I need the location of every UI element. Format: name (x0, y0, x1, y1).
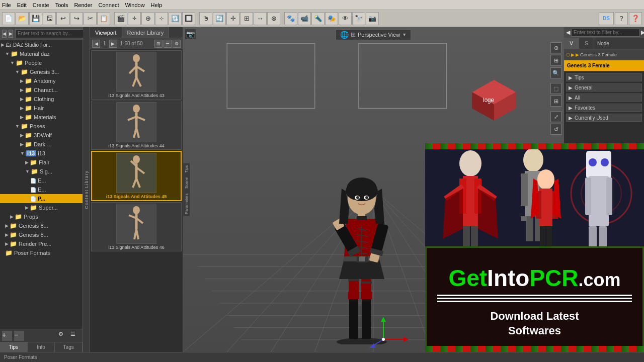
vp-pan-btn[interactable]: ⬚ (550, 83, 561, 94)
parameters-side-label[interactable]: Parameters (183, 192, 190, 215)
tree-item-hair[interactable]: ▶📁 Hair (0, 104, 83, 113)
view-button[interactable]: 👁 (339, 12, 352, 25)
tree-item-p-selected[interactable]: 📄 P... (0, 194, 83, 203)
tree-item-props[interactable]: ▶📁 Props (0, 212, 83, 221)
tree-item-i13[interactable]: ▼ i13 i13 (0, 149, 83, 158)
tree-item-dark[interactable]: ▶📁 Dark ... (0, 140, 83, 149)
rp-tab-v[interactable]: V (564, 38, 579, 49)
create-button[interactable]: 🎬 (114, 12, 127, 25)
tree-item-clothing[interactable]: ▶📁 Clothing (0, 95, 83, 104)
rp-forward-btn[interactable]: ▶ (641, 29, 644, 36)
tree-collapse-button[interactable]: ◀ (2, 30, 7, 38)
tree-search-input[interactable] (15, 29, 84, 38)
rp-section-header-general[interactable]: ▶General (566, 83, 642, 92)
rp-section-header-all[interactable]: ▶All (566, 94, 642, 102)
rp-back-btn[interactable]: ◀ (566, 29, 570, 36)
tree-menu-button[interactable]: ☰ (70, 331, 80, 341)
cl-back-button[interactable]: ◀ (92, 40, 100, 48)
help-icon-button[interactable]: ? (615, 12, 628, 25)
save-as-button[interactable]: 🖫 (43, 12, 56, 25)
rp-tab-s[interactable]: S (579, 38, 594, 49)
thumb-item-43[interactable]: i13 Signals And Attitudes 43 (91, 50, 182, 100)
tree-item-material-daz[interactable]: ▼📁 Material daz (0, 49, 83, 58)
tab-info[interactable]: Info (28, 342, 55, 352)
save-button[interactable]: 💾 (29, 12, 42, 25)
tree-item-super[interactable]: ▶📁 Super... (0, 203, 83, 212)
tree-item-e1[interactable]: 📄 E... (0, 176, 83, 185)
tree-item-materials[interactable]: ▶📁 Materials (0, 113, 83, 122)
select-button[interactable]: 🔲 (182, 12, 195, 25)
vp-move-btn[interactable]: ⊕ (550, 42, 561, 53)
remove-item-button[interactable]: − (14, 331, 24, 341)
zoom-button[interactable]: ⊞ (240, 12, 253, 25)
vp-zoom-btn[interactable]: 🔍 (550, 67, 561, 78)
pan-button[interactable]: ✛ (226, 12, 239, 25)
cl-list-view-button[interactable]: ☰ (164, 40, 172, 48)
scale-button[interactable]: 🔃 (169, 12, 182, 25)
menu-file[interactable]: File (2, 2, 11, 8)
vp-fit-btn[interactable]: ⤢ (550, 111, 561, 122)
scene-side-label[interactable]: Scene (183, 176, 190, 190)
nav-button[interactable]: 🖱 (199, 12, 212, 25)
tree-item-poses[interactable]: ▼📁 Poses (0, 122, 83, 131)
cl-grid-view-button[interactable]: ⊞ (154, 40, 163, 48)
tree-item-daz-studio[interactable]: ▶🗂 DAZ Studio For... (0, 40, 83, 49)
tree-item-sig[interactable]: ▼📁 Sig... (0, 167, 83, 176)
light-button[interactable]: 🔦 (311, 12, 325, 25)
add-item-button[interactable]: + (2, 331, 12, 341)
menu-create[interactable]: Create (33, 2, 49, 8)
cl-forward-button[interactable]: ▶ (109, 40, 117, 48)
camera-icon[interactable]: 📷 (185, 29, 196, 39)
rp-section-header-tips[interactable]: ▶Tips (566, 73, 642, 81)
open-button[interactable]: 📂 (16, 12, 29, 25)
vp-orbit-btn[interactable]: ⊞ (550, 55, 561, 66)
thumb-item-44[interactable]: i13 Signals And Attitudes 44 (91, 101, 182, 150)
tree-item-genesis8a[interactable]: ▶📁 Genesis 8... (0, 221, 83, 230)
cl-tab-viewport[interactable]: Viewport (90, 27, 122, 38)
info-button[interactable]: ❓ (629, 12, 642, 25)
tab-tags[interactable]: Tags (55, 342, 83, 352)
menu-edit[interactable]: Edit (17, 2, 27, 8)
rp-section-header-favorites[interactable]: ▶Favorites (566, 104, 642, 112)
tree-item-render-pre[interactable]: ▶📁 Render Pre... (0, 239, 83, 248)
tree-item-poser-formats[interactable]: 📁 Poser Formats (0, 248, 83, 257)
thumb-item-45[interactable]: i13 Signals And Attitudes 45 (91, 151, 182, 201)
menu-help[interactable]: Help (151, 2, 163, 8)
scene-button[interactable]: 🔭 (352, 12, 365, 25)
ds-button[interactable]: DS (599, 12, 614, 25)
vp-frame-btn[interactable]: ⊞ (550, 96, 561, 107)
tree-options2-button[interactable]: ⚙ (58, 331, 68, 341)
copy-button[interactable]: 📋 (97, 12, 110, 25)
tab-tips[interactable]: Tips (0, 342, 28, 352)
tree-item-e2[interactable]: 📄 E... (0, 185, 83, 194)
tree-item-genesis3[interactable]: ▼📁 Genesis 3... (0, 67, 83, 76)
tree-item-charact[interactable]: ▶📁 Charact... (0, 85, 83, 95)
tree-item-people[interactable]: ▼📁 People (0, 58, 83, 67)
content-library-tab[interactable]: Content Library (83, 27, 90, 352)
redo-button[interactable]: ↪ (70, 12, 83, 25)
menu-render[interactable]: Render (74, 2, 92, 8)
perspective-label[interactable]: Perspective View (358, 32, 400, 38)
snapshot-button[interactable]: 📷 (366, 12, 379, 25)
cl-options-button[interactable]: ⚙ (173, 40, 181, 48)
rp-search-input[interactable] (571, 29, 640, 37)
tree-item-anatomy[interactable]: ▶📁 Anatomy (0, 76, 83, 85)
frame-button[interactable]: ⊗ (267, 12, 280, 25)
rp-section-header-current[interactable]: ▶Currently Used (566, 114, 642, 122)
tree-expand-button[interactable]: ▶ (9, 30, 13, 38)
menu-tools[interactable]: Tools (55, 2, 68, 8)
tree-item-genesis8b[interactable]: ▶📁 Genesis 8... (0, 230, 83, 239)
cl-tab-render-library[interactable]: Render Library (122, 27, 170, 38)
tips-side-label[interactable]: Tips (183, 164, 190, 174)
rotate-button[interactable]: ⊕ (141, 12, 154, 25)
undo-button[interactable]: ↩ (56, 12, 69, 25)
fit-button[interactable]: ↔ (254, 12, 267, 25)
move-button[interactable]: ⊹ (155, 12, 168, 25)
perspective-dropdown-icon[interactable]: ▼ (402, 32, 407, 37)
vp-reset-btn[interactable]: ↺ (550, 124, 561, 135)
tree-item-3dwolf[interactable]: ▶📁 3DWolf (0, 131, 83, 140)
surface-button[interactable]: 🎭 (325, 12, 338, 25)
cut-button[interactable]: ✂ (84, 12, 97, 25)
thumb-item-46[interactable]: i13 Signals And Attitudes 46 (91, 202, 182, 251)
render-button[interactable]: 🐾 (284, 12, 297, 25)
